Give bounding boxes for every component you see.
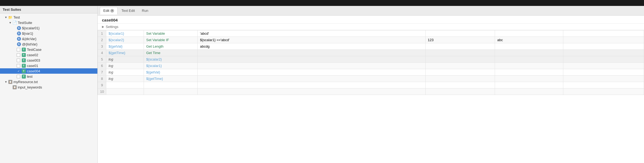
cell-arg3[interactable] [495, 76, 563, 82]
tab-textedit[interactable]: Text Edit [118, 7, 138, 15]
cell-var[interactable]: log [106, 76, 144, 82]
cell-var[interactable]: log [106, 63, 144, 69]
cell-arg2[interactable] [426, 63, 495, 69]
table-row[interactable]: 6log${scalar1} [98, 63, 644, 69]
checkbox-case004[interactable]: ✓ [17, 69, 20, 73]
table-row[interactable]: 10 [98, 88, 644, 95]
cell-var[interactable] [106, 82, 144, 88]
cell-arg3[interactable] [495, 88, 563, 95]
cell-keyword[interactable]: Get Time [144, 50, 198, 56]
cell-arg3[interactable] [495, 63, 563, 69]
cell-arg1[interactable] [198, 76, 426, 82]
settings-row[interactable]: ▶ Settings [98, 24, 644, 30]
cell-arg3[interactable]: abc [495, 37, 563, 43]
sidebar-item-listVar[interactable]: $@{listVar} [0, 41, 97, 47]
cell-keyword[interactable] [144, 88, 198, 95]
cell-var[interactable]: ${scalar2} [106, 37, 144, 43]
cell-arg3[interactable] [495, 50, 563, 56]
cell-keyword[interactable]: Set Variable [144, 30, 198, 37]
cell-var[interactable]: ${getTime} [106, 50, 144, 56]
cell-keyword[interactable]: ${getVal} [144, 69, 198, 76]
sidebar-item-test[interactable]: Ttest [0, 74, 97, 79]
cell-arg2[interactable] [426, 88, 495, 95]
cell-arg2[interactable] [426, 76, 495, 82]
settings-chevron-icon: ▶ [102, 25, 104, 29]
item-label-test-folder: Test [13, 15, 20, 19]
cell-arg2[interactable] [426, 69, 495, 76]
cell-keyword[interactable] [144, 82, 198, 88]
cell-arg3[interactable] [495, 56, 563, 63]
table-row[interactable]: 7log${getVal} [98, 69, 644, 76]
cell-arg1[interactable]: ${scalar1} =='abcd' [198, 37, 426, 43]
table-row[interactable]: 1${scalar1}Set Variable'abcd' [98, 30, 644, 37]
sidebar-item-dicVar[interactable]: $&{dicVar} [0, 36, 97, 41]
checkbox-case02[interactable] [17, 53, 20, 57]
cell-arg2[interactable] [426, 56, 495, 63]
tab-edit-close[interactable]: ✕ [110, 9, 114, 13]
table-row[interactable]: 4${getTime}Get Time [98, 50, 644, 56]
checkbox-case01[interactable] [17, 64, 20, 68]
cell-arg3[interactable] [495, 30, 563, 37]
row-number: 7 [98, 69, 106, 76]
row-number: 9 [98, 82, 106, 88]
table-row[interactable]: 5log${scalar2} [98, 56, 644, 63]
cell-arg2[interactable] [426, 30, 495, 37]
item-label-case01: case01 [27, 64, 38, 68]
cell-arg1[interactable]: abcdg [198, 43, 426, 50]
row-number: 5 [98, 56, 106, 63]
sidebar-item-scalar01[interactable]: $${scalar01} [0, 25, 97, 31]
chevron-icon: ▼ [4, 80, 8, 83]
sidebar-item-myresource[interactable]: ▼📋myResource.txt [0, 79, 97, 84]
cell-var[interactable]: log [106, 69, 144, 76]
cell-arg1[interactable] [198, 69, 426, 76]
cell-arg3[interactable] [495, 82, 563, 88]
cell-arg1[interactable] [198, 63, 426, 69]
cell-keyword[interactable]: ${scalar1} [144, 63, 198, 69]
checkbox-case003[interactable] [17, 59, 20, 62]
cell-var[interactable] [106, 88, 144, 95]
sidebar-item-case02[interactable]: Tcase02 [0, 52, 97, 58]
cell-var[interactable]: log [106, 56, 144, 63]
cell-arg2[interactable] [426, 82, 495, 88]
sidebar-item-testcase[interactable]: TTestCase [0, 47, 97, 52]
sidebar-item-testsuite[interactable]: ▼📄TestSuite [0, 20, 97, 25]
cell-arg1[interactable] [198, 50, 426, 56]
table-row[interactable]: 8log${getTime} [98, 76, 644, 82]
cell-arg2[interactable] [426, 50, 495, 56]
cell-keyword[interactable]: Set Variable IF [144, 37, 198, 43]
cell-extra [563, 50, 644, 56]
sidebar-item-case01[interactable]: Tcase01 [0, 63, 97, 68]
cell-arg3[interactable] [495, 69, 563, 76]
cell-extra [563, 63, 644, 69]
sidebar-item-input_keywords[interactable]: 📋input_keywords [0, 84, 97, 90]
cell-arg2[interactable]: 123 [426, 37, 495, 43]
cell-keyword[interactable]: ${scalar2} [144, 56, 198, 63]
checkbox-testcase[interactable] [17, 48, 20, 51]
table-row[interactable]: 3${getVal}Get Lengthabcdg [98, 43, 644, 50]
testcase-icon: T [22, 69, 26, 73]
row-number: 8 [98, 76, 106, 82]
case-title: case004 [102, 18, 640, 22]
checkbox-test[interactable] [17, 75, 20, 78]
table-row[interactable]: 9 [98, 82, 644, 88]
tab-run[interactable]: Run [139, 7, 151, 15]
sidebar-item-test-folder[interactable]: ▼📁Test [0, 15, 97, 20]
tab-edit[interactable]: Edit ✕ [100, 7, 118, 15]
sidebar-item-case004[interactable]: ✓Tcase004 [0, 68, 97, 74]
cell-arg1[interactable] [198, 82, 426, 88]
cell-arg3[interactable] [495, 43, 563, 50]
cell-arg1[interactable] [198, 88, 426, 95]
cell-keyword[interactable]: Get Length [144, 43, 198, 50]
cell-keyword[interactable]: ${getTime} [144, 76, 198, 82]
cell-arg1[interactable]: 'abcd' [198, 30, 426, 37]
sidebar-item-case003[interactable]: Tcase003 [0, 58, 97, 63]
cell-arg1[interactable] [198, 56, 426, 63]
sidebar-item-var1[interactable]: $${var1} [0, 31, 97, 36]
cell-extra [563, 76, 644, 82]
table-row[interactable]: 2${scalar2}Set Variable IF${scalar1} =='… [98, 37, 644, 43]
cell-var[interactable]: ${getVal} [106, 43, 144, 50]
cell-var[interactable]: ${scalar1} [106, 30, 144, 37]
cell-extra [563, 37, 644, 43]
cell-arg2[interactable] [426, 43, 495, 50]
testcase-icon: T [22, 53, 26, 57]
